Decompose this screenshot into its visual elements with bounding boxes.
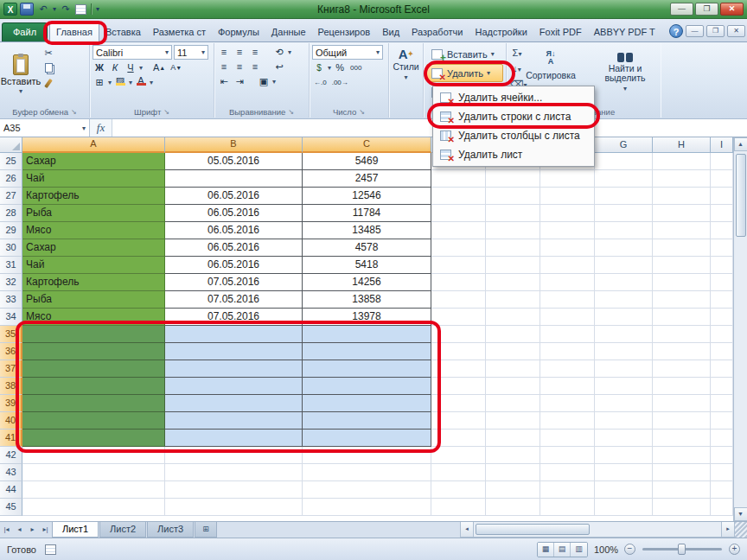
cell-A30[interactable]: Сахар [22, 239, 165, 257]
cell-F43[interactable] [540, 464, 595, 481]
column-header-H[interactable]: H [653, 137, 711, 153]
zoom-slider[interactable] [642, 548, 722, 550]
prev-sheet-icon[interactable]: ◂ [13, 522, 26, 538]
cell-H32[interactable] [653, 274, 711, 291]
cell-F36[interactable] [540, 343, 595, 360]
cell-I39[interactable] [711, 395, 733, 412]
cell-H27[interactable] [653, 188, 711, 205]
cell-H39[interactable] [653, 395, 711, 412]
row-header-31[interactable]: 31 [0, 257, 22, 274]
cell-I37[interactable] [711, 360, 733, 378]
row-header-37[interactable]: 37 [0, 360, 22, 378]
cell-A29[interactable]: Мясо [22, 222, 165, 239]
cell-B44[interactable] [165, 481, 303, 499]
decrease-font-icon[interactable]: А▼ [169, 60, 183, 74]
wrap-text-icon[interactable]: ↩ [272, 60, 286, 73]
row-header-27[interactable]: 27 [0, 188, 22, 205]
cell-I26[interactable] [711, 170, 733, 188]
name-box-caret-icon[interactable]: ▾ [82, 124, 86, 132]
cell-D39[interactable] [431, 395, 486, 412]
row-header-36[interactable]: 36 [0, 343, 22, 360]
cell-D37[interactable] [431, 360, 486, 378]
cell-E39[interactable] [486, 395, 540, 412]
menu-item-delete-rows[interactable]: ✕ Удалить строки с листа [435, 107, 592, 126]
cell-D35[interactable] [431, 326, 486, 343]
increase-decimal-icon[interactable]: ←.0 [312, 75, 329, 89]
column-header-I[interactable]: I [711, 137, 733, 153]
menu-item-delete-columns[interactable]: ✕ Удалить столбцы с листа [435, 126, 592, 145]
cell-A28[interactable]: Рыба [22, 205, 165, 222]
cell-A34[interactable]: Мясо [22, 309, 165, 326]
workbook-close-button[interactable]: ✕ [727, 25, 745, 37]
cell-H41[interactable] [653, 430, 711, 447]
increase-font-icon[interactable]: А▲ [151, 60, 167, 74]
table-icon[interactable] [75, 4, 86, 15]
maximize-button[interactable]: ❐ [695, 3, 718, 16]
currency-icon[interactable]: $ [312, 60, 326, 74]
cell-F31[interactable] [540, 257, 595, 274]
orientation-icon[interactable]: ⟲ [272, 45, 286, 59]
cell-C38[interactable] [303, 378, 431, 395]
cell-D42[interactable] [431, 447, 486, 464]
cell-G30[interactable] [595, 239, 653, 257]
cell-B41[interactable] [165, 430, 303, 447]
cell-F28[interactable] [540, 205, 595, 222]
increase-indent-icon[interactable]: ⇥ [233, 74, 246, 88]
cell-B27[interactable]: 06.05.2016 [165, 188, 303, 205]
autosum-icon[interactable]: Σ▾ [509, 45, 525, 60]
tab-file[interactable]: Файл [2, 22, 48, 41]
cell-D29[interactable] [431, 222, 486, 239]
cell-H35[interactable] [653, 326, 711, 343]
cell-C34[interactable]: 13978 [303, 309, 431, 326]
cell-C32[interactable]: 14256 [303, 274, 431, 291]
minimize-button[interactable]: — [670, 3, 693, 16]
number-format-select[interactable]: Общий▾ [312, 45, 383, 60]
align-bottom-icon[interactable]: ≡ [248, 45, 262, 59]
cell-I32[interactable] [711, 274, 733, 291]
menu-item-delete-sheet[interactable]: ✕ Удалить лист [435, 145, 592, 164]
close-button[interactable]: ✕ [720, 3, 744, 16]
cell-D33[interactable] [431, 291, 486, 309]
tab-data[interactable]: Данные [265, 23, 312, 41]
cell-H38[interactable] [653, 378, 711, 395]
cell-G35[interactable] [595, 326, 653, 343]
cell-B40[interactable] [165, 412, 303, 430]
cell-D32[interactable] [431, 274, 486, 291]
fill-icon[interactable]: ↓▾ [509, 60, 525, 75]
cell-A42[interactable] [22, 447, 165, 464]
row-header-42[interactable]: 42 [0, 447, 22, 464]
horizontal-scrollbar[interactable]: ◂ ▸ [460, 522, 747, 538]
row-header-40[interactable]: 40 [0, 412, 22, 430]
align-middle-icon[interactable]: ≡ [233, 45, 246, 59]
cell-G34[interactable] [595, 309, 653, 326]
page-layout-view-icon[interactable]: ▤ [554, 543, 571, 557]
redo-icon[interactable]: ↷ [59, 3, 73, 16]
find-select-button[interactable]: Найти и выделить ▾ [597, 45, 653, 105]
cell-E27[interactable] [486, 188, 540, 205]
cell-I43[interactable] [711, 464, 733, 481]
cell-B42[interactable] [165, 447, 303, 464]
cell-A32[interactable]: Картофель [22, 274, 165, 291]
cell-D45[interactable] [431, 499, 486, 516]
cell-G44[interactable] [595, 481, 653, 499]
undo-caret-icon[interactable]: ▾ [53, 5, 56, 13]
tab-split-grip[interactable] [735, 522, 747, 538]
cell-A41[interactable] [22, 430, 165, 447]
cell-D26[interactable] [431, 170, 486, 188]
cell-A26[interactable]: Чай [22, 170, 165, 188]
cell-D40[interactable] [431, 412, 486, 430]
cell-G41[interactable] [595, 430, 653, 447]
cell-F33[interactable] [540, 291, 595, 309]
row-header-28[interactable]: 28 [0, 205, 22, 222]
cell-G38[interactable] [595, 378, 653, 395]
cell-C27[interactable]: 12546 [303, 188, 431, 205]
formula-input[interactable] [112, 119, 747, 137]
cell-A44[interactable] [22, 481, 165, 499]
row-header-26[interactable]: 26 [0, 170, 22, 188]
cell-B33[interactable]: 07.05.2016 [165, 291, 303, 309]
cell-I41[interactable] [711, 430, 733, 447]
sheet-tab-list1[interactable]: Лист1 [52, 522, 99, 538]
fill-color-icon[interactable]: ▨ [113, 75, 127, 89]
tab-home[interactable]: Главная [49, 22, 99, 41]
cell-C43[interactable] [303, 464, 431, 481]
